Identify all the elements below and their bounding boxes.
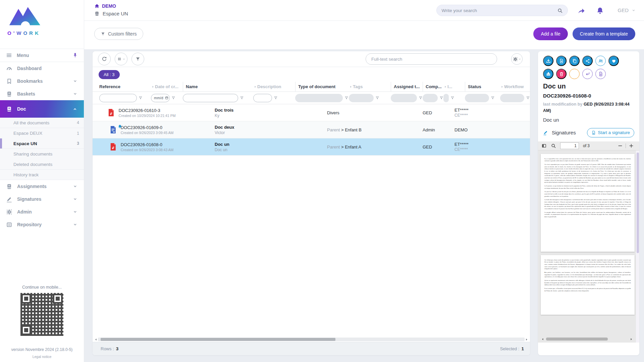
filter-funnel-icon[interactable]: [491, 96, 495, 100]
sidebar-subitem-espace-un[interactable]: Espace UN3: [0, 138, 84, 149]
column-header-name[interactable]: Name: [183, 82, 253, 92]
column-header-reference[interactable]: Reference: [99, 82, 151, 92]
expand-column-icon[interactable]: [443, 85, 447, 89]
legal-notice-link[interactable]: Legal notice: [33, 355, 52, 359]
copy-button[interactable]: [569, 56, 580, 66]
filter-funnel-icon[interactable]: [419, 96, 423, 100]
zoom-in-icon[interactable]: [629, 143, 634, 148]
user-menu[interactable]: GED: [618, 7, 636, 13]
page-number-input[interactable]: [560, 142, 579, 149]
sidebar-item-bookmarks[interactable]: Bookmarks: [0, 75, 84, 87]
fulltext-search-input[interactable]: [371, 57, 491, 62]
share-icon[interactable]: [577, 7, 585, 15]
filter-funnel-icon[interactable]: [171, 96, 175, 100]
file-up-button[interactable]: [556, 56, 567, 66]
sidebar-item-admin[interactable]: Admin: [0, 205, 84, 218]
scrollbar-thumb[interactable]: [637, 153, 639, 253]
pdf-horizontal-scrollbar[interactable]: [538, 336, 636, 343]
column-header-type-of-document[interactable]: Type of document: [295, 82, 349, 92]
pin-icon[interactable]: [72, 53, 78, 58]
table-row[interactable]: DOC230926-01610-3 Created on 10/29/2024 …: [93, 104, 530, 121]
scrollbar-thumb[interactable]: [546, 338, 608, 341]
table-horizontal-scrollbar[interactable]: [93, 337, 530, 342]
trash-button[interactable]: [556, 69, 567, 79]
filter-text-input[interactable]: [256, 96, 269, 100]
column-header-assigned-t[interactable]: Assigned t...: [391, 82, 423, 92]
expand-column-icon[interactable]: [349, 85, 353, 89]
sidebar-item-dashboard[interactable]: Dashboard: [0, 62, 84, 75]
filter-funnel-icon[interactable]: [240, 96, 244, 100]
sidebar-item-signatures[interactable]: Signatures: [0, 193, 84, 205]
filter-funnel-icon[interactable]: [450, 96, 454, 100]
sidebar-subitem-espace-deux[interactable]: Espace DEUX1: [0, 128, 84, 138]
return-button[interactable]: [582, 69, 593, 79]
filter-date-input[interactable]: mm/d: [151, 94, 170, 102]
stamp-button[interactable]: [543, 69, 553, 79]
scroll-right-icon[interactable]: [629, 337, 633, 341]
sidebar-item-doc[interactable]: Doc: [0, 100, 84, 118]
search-icon[interactable]: [557, 8, 563, 13]
column-header-comp[interactable]: Comp...: [423, 82, 443, 92]
column-header-date-of-cr[interactable]: Date of cr...: [151, 82, 183, 92]
sidebar-menu-toggle[interactable]: Menu: [0, 49, 84, 62]
external-link-button[interactable]: [569, 69, 580, 79]
create-from-template-button[interactable]: Create from a template: [573, 27, 635, 40]
scroll-left-icon[interactable]: [541, 337, 545, 341]
heart-button[interactable]: [608, 56, 619, 66]
filter-funnel-icon[interactable]: [439, 96, 443, 100]
zoom-out-icon[interactable]: [618, 143, 623, 148]
sidebar-item-repository[interactable]: Repository: [0, 218, 84, 231]
global-search-input[interactable]: [441, 8, 557, 13]
sidebar-subitem-deleted-documents[interactable]: Deleted documents: [0, 159, 84, 170]
app-logo[interactable]: O'WORK: [0, 0, 84, 49]
sidebar-toggle-icon[interactable]: [541, 143, 547, 148]
sidebar-subitem-history-track[interactable]: History track: [0, 170, 84, 180]
column-header-i[interactable]: I...: [443, 82, 465, 92]
filter-text-input[interactable]: [102, 96, 134, 100]
column-header-description[interactable]: Description: [253, 82, 295, 92]
custom-filters-button[interactable]: Custom filters: [94, 28, 143, 40]
pdf-search-icon[interactable]: [551, 143, 556, 148]
bell-icon[interactable]: [596, 7, 604, 15]
table-row[interactable]: DOC230926-01609-0 Created on 9/26/2023 3…: [93, 121, 530, 138]
column-header-workflow[interactable]: Workflow: [500, 82, 530, 92]
expand-column-icon[interactable]: [151, 85, 155, 89]
breadcrumb-space[interactable]: Espace UN: [94, 11, 128, 16]
table-settings-button[interactable]: [511, 53, 523, 65]
download-button[interactable]: [543, 56, 553, 66]
start-signature-button[interactable]: Start a signature: [587, 128, 634, 137]
document-button[interactable]: [595, 69, 606, 79]
filter-button[interactable]: [131, 53, 144, 65]
filter-funnel-icon[interactable]: [344, 96, 348, 100]
filter-text-input[interactable]: [186, 96, 235, 100]
scroll-left-icon[interactable]: [94, 338, 98, 342]
global-search[interactable]: [436, 5, 568, 16]
sidebar-subitem-all-the-documents[interactable]: All the documents4: [0, 118, 84, 128]
filter-input[interactable]: [253, 94, 272, 102]
filter-funnel-icon[interactable]: [526, 96, 530, 100]
table-row[interactable]: DOC230926-01608-0 Created on 9/26/2023 3…: [93, 138, 530, 156]
sidebar-item-assignments[interactable]: Assignments: [0, 180, 84, 193]
sidebar-item-baskets[interactable]: Baskets: [0, 87, 84, 100]
expand-column-icon[interactable]: [253, 85, 257, 89]
share-nodes-button[interactable]: [582, 56, 593, 66]
filter-input[interactable]: [183, 94, 238, 102]
filter-funnel-icon[interactable]: [139, 96, 143, 100]
tab-all[interactable]: All : 3: [99, 70, 120, 79]
column-header-status[interactable]: Status: [465, 82, 500, 92]
sidebar-subitem-sharing-documents[interactable]: Sharing documents: [0, 149, 84, 159]
filter-funnel-icon[interactable]: [375, 96, 379, 100]
calendar-icon[interactable]: [165, 96, 169, 100]
columns-button[interactable]: [115, 53, 127, 65]
scroll-right-icon[interactable]: [525, 338, 529, 342]
add-a-file-button[interactable]: Add a file: [533, 27, 568, 40]
column-header-tags[interactable]: Tags: [349, 82, 391, 92]
filter-funnel-icon[interactable]: [274, 96, 278, 100]
breadcrumb-home[interactable]: DEMO: [94, 3, 128, 9]
filter-input[interactable]: [99, 94, 137, 102]
expand-column-icon[interactable]: [500, 85, 504, 89]
fulltext-search[interactable]: [366, 53, 497, 65]
refresh-button[interactable]: [98, 53, 111, 65]
scrollbar-thumb[interactable]: [101, 338, 335, 341]
pdf-vertical-scrollbar[interactable]: [636, 150, 639, 343]
